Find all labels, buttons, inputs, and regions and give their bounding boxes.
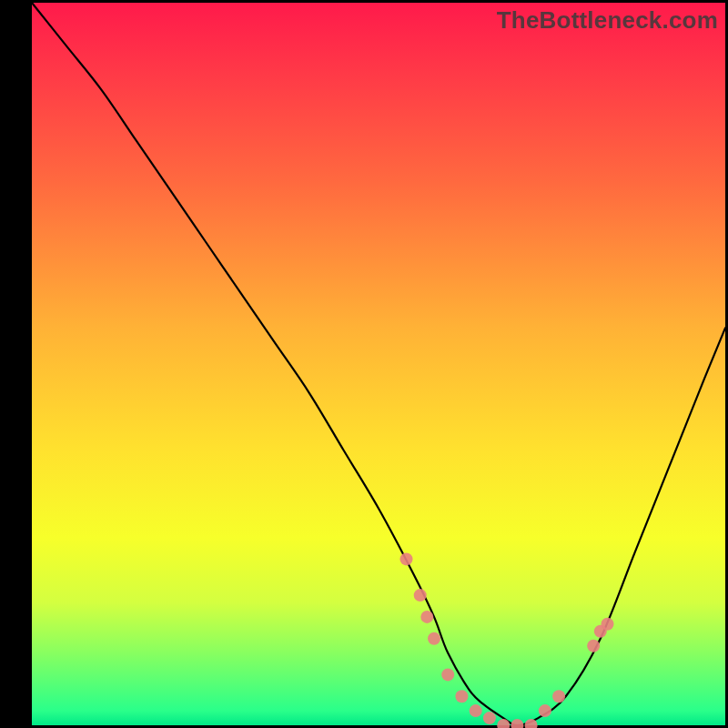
plot-area: TheBottleneck.com [32, 3, 725, 725]
marker-point [400, 552, 413, 565]
highlight-points [400, 552, 614, 728]
marker-point [414, 589, 427, 602]
marker-point [470, 704, 482, 717]
marker-point [420, 611, 433, 623]
marker-point [455, 690, 468, 703]
marker-point [511, 719, 523, 728]
chart-stage: TheBottleneck.com [0, 0, 728, 728]
marker-point [602, 618, 614, 631]
bottleneck-curve [32, 3, 725, 725]
marker-point [587, 640, 600, 652]
marker-point [428, 632, 440, 645]
curve-svg [32, 3, 725, 725]
marker-point [539, 704, 551, 717]
marker-point [483, 712, 496, 724]
marker-point [552, 690, 565, 703]
marker-point [441, 668, 454, 681]
